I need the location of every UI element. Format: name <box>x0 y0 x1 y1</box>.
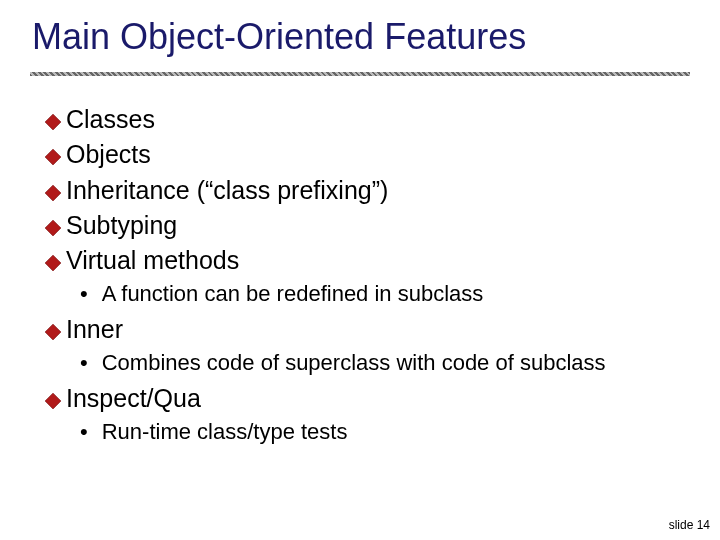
list-subitem: • A function can be redefined in subclas… <box>80 280 684 308</box>
list-item-label: Virtual methods <box>66 245 239 276</box>
list-item: Inner <box>44 314 684 345</box>
diamond-bullet-icon <box>44 392 62 410</box>
diamond-bullet-icon <box>44 323 62 341</box>
list-item-label: Subtyping <box>66 210 177 241</box>
svg-marker-6 <box>45 393 61 409</box>
list-subitem-label: A function can be redefined in subclass <box>102 280 484 308</box>
diamond-bullet-icon <box>44 113 62 131</box>
list-item-label: Objects <box>66 139 151 170</box>
list-item: Inspect/Qua <box>44 383 684 414</box>
svg-marker-3 <box>45 220 61 236</box>
list-item: Inheritance (“class prefixing”) <box>44 175 684 206</box>
list-subitem-label: Run-time class/type tests <box>102 418 348 446</box>
slide: Main Object-Oriented Features Classes Ob… <box>0 0 720 540</box>
svg-marker-1 <box>45 149 61 165</box>
diamond-bullet-icon <box>44 219 62 237</box>
list-item-label: Classes <box>66 104 155 135</box>
slide-number: slide 14 <box>669 518 710 532</box>
title-underline <box>30 72 690 76</box>
list-item-label: Inner <box>66 314 123 345</box>
svg-marker-0 <box>45 114 61 130</box>
diamond-bullet-icon <box>44 254 62 272</box>
list-item: Classes <box>44 104 684 135</box>
list-subitem: • Combines code of superclass with code … <box>80 349 684 377</box>
slide-title: Main Object-Oriented Features <box>32 16 526 58</box>
list-item-label: Inspect/Qua <box>66 383 201 414</box>
list-item-label: Inheritance (“class prefixing”) <box>66 175 388 206</box>
diamond-bullet-icon <box>44 148 62 166</box>
bullet-dot-icon: • <box>80 352 88 374</box>
svg-marker-5 <box>45 324 61 340</box>
list-subitem-label: Combines code of superclass with code of… <box>102 349 606 377</box>
svg-marker-2 <box>45 185 61 201</box>
list-item: Objects <box>44 139 684 170</box>
bullet-dot-icon: • <box>80 421 88 443</box>
list-item: Subtyping <box>44 210 684 241</box>
list-item: Virtual methods <box>44 245 684 276</box>
slide-body: Classes Objects Inheritance (“class pref… <box>44 100 684 451</box>
list-subitem: • Run-time class/type tests <box>80 418 684 446</box>
bullet-dot-icon: • <box>80 283 88 305</box>
diamond-bullet-icon <box>44 184 62 202</box>
svg-marker-4 <box>45 255 61 271</box>
